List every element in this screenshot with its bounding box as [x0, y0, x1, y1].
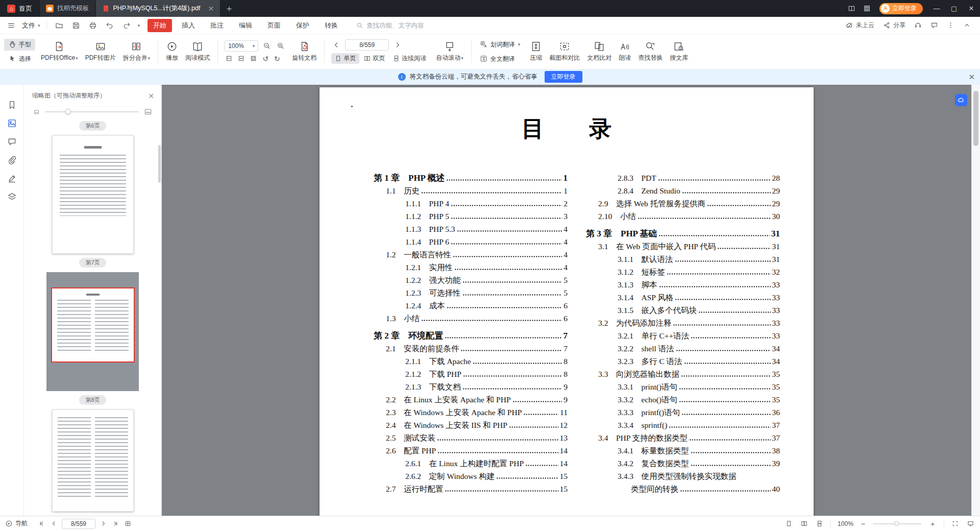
zoom-slider-knob[interactable]	[894, 521, 899, 526]
continuous-view-icon[interactable]	[815, 519, 824, 528]
double-page-button[interactable]: 双页	[360, 53, 388, 64]
open-file-icon[interactable]	[53, 19, 65, 32]
page-grid-view-icon[interactable]	[124, 519, 132, 528]
thumbnail-page-7[interactable]	[52, 135, 134, 254]
panel-scrollbar-thumb[interactable]	[158, 145, 161, 183]
notice-login-button[interactable]: 立即登录	[545, 71, 582, 83]
fit-width-button[interactable]	[237, 54, 246, 63]
previous-page-button[interactable]	[331, 40, 341, 50]
new-tab-button[interactable]: ＋	[220, 0, 238, 17]
cloud-status[interactable]: 未上云	[846, 21, 874, 30]
slider-track[interactable]	[45, 111, 139, 112]
play-button[interactable]: 播放	[162, 39, 182, 64]
share-button[interactable]: 分享	[883, 21, 905, 30]
single-page-view-icon[interactable]	[785, 519, 793, 528]
print-icon[interactable]	[87, 19, 99, 32]
actual-size-button[interactable]	[225, 54, 233, 63]
doc-compare-button[interactable]: 文档比对	[583, 39, 615, 64]
undo-icon[interactable]	[104, 19, 116, 32]
login-button[interactable]: 立即登录	[879, 3, 923, 14]
thumbnail-page-9[interactable]	[52, 409, 134, 512]
attachments-panel-icon[interactable]	[7, 155, 17, 165]
word-translate-button[interactable]: 划词翻译 ▾	[476, 39, 525, 51]
pdf-to-image-button[interactable]: PDF转图片	[82, 39, 119, 64]
document-viewer[interactable]: 目 录 第 1 章 PHP 概述11.1 历史11.1.1 PHP 421.1.…	[162, 85, 971, 516]
select-tool-button[interactable]: 选择	[4, 53, 35, 65]
tab-edit[interactable]: 编辑	[233, 19, 258, 32]
tab-document[interactable]: PHP与MySQL5...计(第4版).pdf ✕	[96, 0, 221, 17]
zoom-out-button[interactable]: −	[860, 519, 866, 528]
bookmarks-panel-icon[interactable]	[7, 100, 17, 110]
last-page-button[interactable]	[111, 519, 120, 528]
tab-convert[interactable]: 转换	[319, 19, 344, 32]
home-tab[interactable]: ⌂ 首页	[0, 0, 40, 17]
window-split-icon[interactable]	[844, 0, 859, 17]
tab-page[interactable]: 页面	[262, 19, 286, 32]
previous-page-button[interactable]	[50, 519, 58, 528]
command-search[interactable]	[356, 22, 448, 29]
presentation-button[interactable]	[966, 519, 975, 528]
tab-annotate[interactable]: 批注	[205, 19, 229, 32]
next-page-button[interactable]	[99, 519, 108, 528]
notice-close-icon[interactable]: ✕	[968, 73, 975, 82]
thumbnail-page-8-selected[interactable]	[46, 272, 139, 391]
first-page-button[interactable]	[37, 519, 46, 528]
close-button[interactable]: ✕	[963, 0, 980, 17]
rotate-right-icon[interactable]: ↻	[273, 54, 281, 63]
comments-panel-icon[interactable]	[7, 137, 17, 147]
main-scrollbar-thumb[interactable]	[973, 91, 978, 146]
save-icon[interactable]	[70, 19, 82, 32]
tab-protect[interactable]: 保护	[290, 19, 315, 32]
minimize-button[interactable]: —	[928, 0, 945, 17]
auto-scroll-button[interactable]: 自动滚动▾	[432, 39, 467, 64]
file-menu[interactable]: 文件 ▾	[22, 21, 40, 30]
read-aloud-button[interactable]: 朗读	[615, 39, 634, 64]
search-library-button[interactable]: 搜文库	[666, 39, 692, 64]
next-page-button[interactable]	[393, 40, 403, 50]
screenshot-compare-button[interactable]: 截图和对比	[546, 39, 583, 64]
hand-tool-button[interactable]: 手型	[4, 39, 35, 51]
zoom-select[interactable]: 100% ▾	[225, 40, 258, 52]
continuous-read-button[interactable]: 连续阅读	[389, 53, 430, 64]
compress-button[interactable]: 压缩	[526, 39, 546, 64]
redo-icon[interactable]	[120, 19, 133, 32]
split-merge-button[interactable]: 拆分合并▾	[119, 39, 154, 64]
tab-docer-templates[interactable]: 找稻壳模板	[40, 0, 96, 17]
pdf-to-office-button[interactable]: PDF转Office▾	[37, 39, 82, 64]
full-translate-button[interactable]: 全文翻译	[476, 53, 525, 65]
message-icon[interactable]	[930, 21, 938, 29]
slider-knob[interactable]	[65, 109, 71, 114]
find-replace-button[interactable]: 查找替换	[634, 39, 666, 64]
read-mode-button[interactable]: 阅读模式	[182, 39, 213, 64]
signature-panel-icon[interactable]	[7, 174, 17, 183]
zoom-in-button[interactable]	[276, 41, 286, 51]
search-input[interactable]	[366, 22, 448, 29]
tab-insert[interactable]: 插入	[176, 19, 201, 32]
fit-page-button[interactable]	[249, 54, 258, 63]
chevron-down-icon[interactable]: ▾	[138, 23, 140, 28]
thumbnails-panel-icon[interactable]	[7, 118, 17, 128]
book-view-icon[interactable]	[800, 519, 808, 528]
zoom-out-button[interactable]	[262, 41, 272, 51]
more-options-icon[interactable]	[947, 21, 954, 29]
rotate-doc-button[interactable]: 旋转文档	[288, 39, 320, 64]
maximize-button[interactable]: ▢	[945, 0, 963, 17]
navigation-button[interactable]: 导航	[5, 519, 28, 528]
single-page-button[interactable]: 单页	[331, 53, 359, 64]
page-number-input[interactable]	[345, 39, 389, 51]
fullscreen-button[interactable]	[951, 519, 960, 528]
global-menu-icon[interactable]	[5, 19, 17, 32]
main-scrollbar[interactable]	[971, 85, 980, 516]
apps-grid-icon[interactable]	[859, 0, 874, 17]
zoom-in-button[interactable]: ＋	[928, 519, 937, 528]
tab-close-icon[interactable]: ✕	[208, 5, 214, 12]
cloud-doc-widget[interactable]	[955, 94, 967, 106]
collapse-toolbar-icon[interactable]	[963, 21, 971, 29]
status-page-input[interactable]	[62, 519, 95, 529]
zoom-slider-track[interactable]	[873, 523, 921, 524]
tab-start[interactable]: 开始	[148, 19, 172, 32]
panel-close-icon[interactable]: ✕	[148, 92, 154, 100]
rotate-left-icon[interactable]: ↺	[261, 54, 270, 63]
layers-panel-icon[interactable]	[7, 192, 17, 202]
assistant-icon[interactable]	[914, 21, 922, 29]
